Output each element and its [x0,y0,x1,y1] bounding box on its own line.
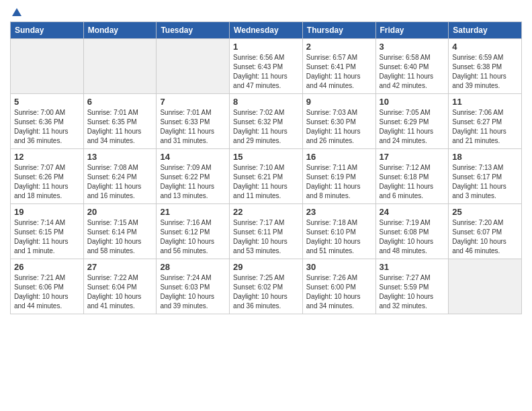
weekday-header-thursday: Thursday [302,22,375,39]
day-number: 12 [14,152,80,162]
day-number: 3 [380,42,445,52]
day-cell: 10Sunrise: 7:05 AM Sunset: 6:29 PM Dayli… [375,94,449,149]
day-number: 6 [87,97,153,107]
day-info: Sunrise: 7:10 AM Sunset: 6:21 PM Dayligh… [233,163,299,201]
day-info: Sunrise: 7:26 AM Sunset: 6:00 PM Dayligh… [306,273,372,311]
day-number: 15 [233,152,299,162]
day-info: Sunrise: 7:03 AM Sunset: 6:30 PM Dayligh… [306,108,372,146]
day-number: 29 [233,262,299,272]
day-info: Sunrise: 6:58 AM Sunset: 6:40 PM Dayligh… [380,53,445,91]
week-row-1: 1Sunrise: 6:56 AM Sunset: 6:43 PM Daylig… [11,39,522,94]
day-cell: 21Sunrise: 7:16 AM Sunset: 6:12 PM Dayli… [157,204,230,259]
day-cell [11,39,84,94]
day-cell: 17Sunrise: 7:12 AM Sunset: 6:18 PM Dayli… [375,149,449,204]
day-cell [449,259,522,314]
day-cell: 31Sunrise: 7:27 AM Sunset: 5:59 PM Dayli… [375,259,449,314]
day-cell: 16Sunrise: 7:11 AM Sunset: 6:19 PM Dayli… [302,149,375,204]
day-cell: 4Sunrise: 6:59 AM Sunset: 6:38 PM Daylig… [449,39,522,94]
weekday-header-tuesday: Tuesday [157,22,230,39]
day-info: Sunrise: 7:16 AM Sunset: 6:12 PM Dayligh… [160,218,226,256]
day-number: 24 [380,207,445,217]
calendar-header [10,7,522,16]
day-cell: 5Sunrise: 7:00 AM Sunset: 6:36 PM Daylig… [11,94,84,149]
day-number: 25 [452,207,518,217]
day-cell: 8Sunrise: 7:02 AM Sunset: 6:32 PM Daylig… [230,94,303,149]
day-number: 31 [380,262,445,272]
day-number: 13 [87,152,153,162]
weekday-header-monday: Monday [83,22,157,39]
weekday-header-friday: Friday [375,22,449,39]
day-cell: 20Sunrise: 7:15 AM Sunset: 6:14 PM Dayli… [83,204,157,259]
day-number: 5 [14,97,80,107]
day-cell: 27Sunrise: 7:22 AM Sunset: 6:04 PM Dayli… [83,259,157,314]
day-number: 17 [380,152,445,162]
day-info: Sunrise: 6:59 AM Sunset: 6:38 PM Dayligh… [452,53,518,91]
day-number: 1 [233,42,299,52]
calendar-body: 1Sunrise: 6:56 AM Sunset: 6:43 PM Daylig… [11,39,522,314]
day-number: 19 [14,207,80,217]
day-info: Sunrise: 7:00 AM Sunset: 6:36 PM Dayligh… [14,108,80,146]
week-row-2: 5Sunrise: 7:00 AM Sunset: 6:36 PM Daylig… [11,94,522,149]
day-info: Sunrise: 7:08 AM Sunset: 6:24 PM Dayligh… [87,163,153,201]
week-row-3: 12Sunrise: 7:07 AM Sunset: 6:26 PM Dayli… [11,149,522,204]
day-info: Sunrise: 7:21 AM Sunset: 6:06 PM Dayligh… [14,273,80,311]
day-cell: 6Sunrise: 7:01 AM Sunset: 6:35 PM Daylig… [83,94,157,149]
day-cell [83,39,157,94]
day-cell: 11Sunrise: 7:06 AM Sunset: 6:27 PM Dayli… [449,94,522,149]
day-cell: 26Sunrise: 7:21 AM Sunset: 6:06 PM Dayli… [11,259,84,314]
day-cell: 14Sunrise: 7:09 AM Sunset: 6:22 PM Dayli… [157,149,230,204]
day-info: Sunrise: 7:01 AM Sunset: 6:33 PM Dayligh… [160,108,226,146]
calendar-table: SundayMondayTuesdayWednesdayThursdayFrid… [10,21,522,314]
day-info: Sunrise: 7:01 AM Sunset: 6:35 PM Dayligh… [87,108,153,146]
day-info: Sunrise: 7:18 AM Sunset: 6:10 PM Dayligh… [306,218,372,256]
day-info: Sunrise: 7:09 AM Sunset: 6:22 PM Dayligh… [160,163,226,201]
day-cell: 19Sunrise: 7:14 AM Sunset: 6:15 PM Dayli… [11,204,84,259]
day-number: 10 [380,97,445,107]
day-number: 16 [306,152,372,162]
day-number: 8 [233,97,299,107]
weekday-header-sunday: Sunday [11,22,84,39]
day-number: 20 [87,207,153,217]
day-cell: 25Sunrise: 7:20 AM Sunset: 6:07 PM Dayli… [449,204,522,259]
day-cell: 15Sunrise: 7:10 AM Sunset: 6:21 PM Dayli… [230,149,303,204]
day-cell: 22Sunrise: 7:17 AM Sunset: 6:11 PM Dayli… [230,204,303,259]
week-row-4: 19Sunrise: 7:14 AM Sunset: 6:15 PM Dayli… [11,204,522,259]
day-info: Sunrise: 6:57 AM Sunset: 6:41 PM Dayligh… [306,53,372,91]
day-info: Sunrise: 7:07 AM Sunset: 6:26 PM Dayligh… [14,163,80,201]
day-info: Sunrise: 7:27 AM Sunset: 5:59 PM Dayligh… [380,273,445,311]
day-info: Sunrise: 7:25 AM Sunset: 6:02 PM Dayligh… [233,273,299,311]
day-info: Sunrise: 7:20 AM Sunset: 6:07 PM Dayligh… [452,218,518,256]
day-cell: 28Sunrise: 7:24 AM Sunset: 6:03 PM Dayli… [157,259,230,314]
day-number: 28 [160,262,226,272]
day-number: 21 [160,207,226,217]
weekday-header-row: SundayMondayTuesdayWednesdayThursdayFrid… [11,22,522,39]
day-info: Sunrise: 7:14 AM Sunset: 6:15 PM Dayligh… [14,218,80,256]
day-info: Sunrise: 7:15 AM Sunset: 6:14 PM Dayligh… [87,218,153,256]
day-number: 14 [160,152,226,162]
day-cell: 18Sunrise: 7:13 AM Sunset: 6:17 PM Dayli… [449,149,522,204]
day-number: 4 [452,42,518,52]
day-cell: 2Sunrise: 6:57 AM Sunset: 6:41 PM Daylig… [302,39,375,94]
day-number: 11 [452,97,518,107]
day-number: 23 [306,207,372,217]
day-number: 27 [87,262,153,272]
weekday-header-saturday: Saturday [449,22,522,39]
day-number: 7 [160,97,226,107]
day-cell: 24Sunrise: 7:19 AM Sunset: 6:08 PM Dayli… [375,204,449,259]
day-info: Sunrise: 6:56 AM Sunset: 6:43 PM Dayligh… [233,53,299,91]
logo [10,7,24,16]
week-row-5: 26Sunrise: 7:21 AM Sunset: 6:06 PM Dayli… [11,259,522,314]
day-info: Sunrise: 7:12 AM Sunset: 6:18 PM Dayligh… [380,163,445,201]
svg-marker-0 [12,8,21,16]
day-cell: 23Sunrise: 7:18 AM Sunset: 6:10 PM Dayli… [302,204,375,259]
day-info: Sunrise: 7:06 AM Sunset: 6:27 PM Dayligh… [452,108,518,146]
day-number: 30 [306,262,372,272]
day-info: Sunrise: 7:05 AM Sunset: 6:29 PM Dayligh… [380,108,445,146]
day-info: Sunrise: 7:22 AM Sunset: 6:04 PM Dayligh… [87,273,153,311]
day-cell: 30Sunrise: 7:26 AM Sunset: 6:00 PM Dayli… [302,259,375,314]
weekday-header-wednesday: Wednesday [230,22,303,39]
day-cell: 1Sunrise: 6:56 AM Sunset: 6:43 PM Daylig… [230,39,303,94]
day-info: Sunrise: 7:24 AM Sunset: 6:03 PM Dayligh… [160,273,226,311]
day-info: Sunrise: 7:11 AM Sunset: 6:19 PM Dayligh… [306,163,372,201]
day-number: 26 [14,262,80,272]
